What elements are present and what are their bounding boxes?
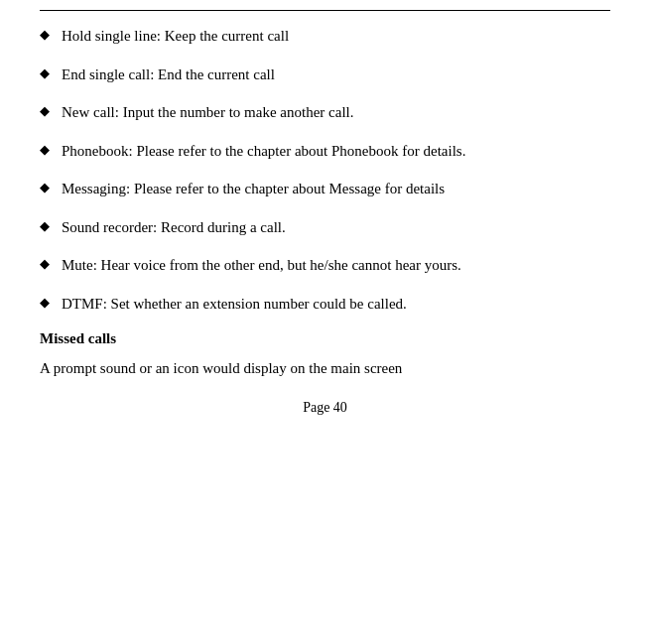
list-item: ◆ Mute: Hear voice from the other end, b… (40, 254, 610, 277)
bullet-diamond-hold: ◆ (40, 27, 62, 43)
bullet-text-sound-recorder: Sound recorder: Record during a call. (62, 216, 610, 239)
bullet-text-messaging: Messaging: Please refer to the chapter a… (62, 178, 610, 200)
list-item: ◆ End single call: End the current call (40, 64, 610, 86)
bullet-text-dtmf: DTMF: Set whether an extension number co… (62, 293, 610, 316)
bullet-diamond-dtmf: ◆ (40, 295, 62, 311)
bullet-text-end: End single call: End the current call (62, 64, 610, 86)
page-number: Page 40 (303, 400, 347, 415)
list-item: ◆ Hold single line: Keep the current cal… (40, 25, 610, 48)
list-item: ◆ Sound recorder: Record during a call. (40, 216, 610, 239)
bullet-diamond-mute: ◆ (40, 256, 62, 272)
bullet-diamond-sound-recorder: ◆ (40, 218, 62, 234)
bullet-diamond-phonebook: ◆ (40, 142, 62, 158)
missed-calls-body: A prompt sound or an icon would display … (40, 357, 610, 380)
list-item: ◆ Messaging: Please refer to the chapter… (40, 178, 610, 200)
page-container: ◆ Hold single line: Keep the current cal… (0, 0, 650, 644)
top-divider (40, 10, 610, 11)
list-item: ◆ Phonebook: Please refer to the chapter… (40, 140, 610, 163)
bullet-list: ◆ Hold single line: Keep the current cal… (40, 25, 610, 315)
missed-calls-heading: Missed calls (40, 330, 610, 347)
page-footer: Page 40 (40, 400, 610, 416)
bullet-diamond-messaging: ◆ (40, 180, 62, 195)
bullet-diamond-end: ◆ (40, 65, 62, 81)
bullet-text-new-call: New call: Input the number to make anoth… (62, 101, 610, 124)
list-item: ◆ DTMF: Set whether an extension number … (40, 293, 610, 316)
bullet-text-hold: Hold single line: Keep the current call (62, 25, 610, 48)
bullet-diamond-new-call: ◆ (40, 103, 62, 119)
list-item: ◆ New call: Input the number to make ano… (40, 101, 610, 124)
bullet-text-mute: Mute: Hear voice from the other end, but… (62, 254, 610, 277)
bullet-text-phonebook: Phonebook: Please refer to the chapter a… (62, 140, 610, 163)
